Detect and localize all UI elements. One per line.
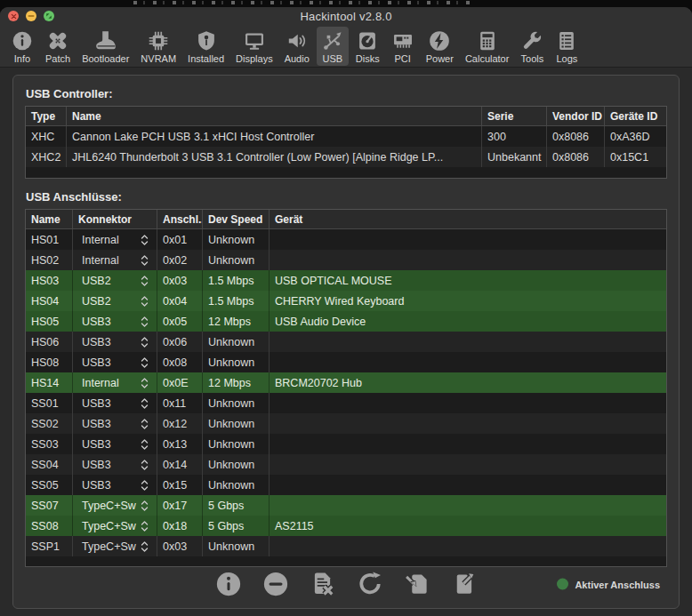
usb-ports-table: NameKonnektorAnschl...Dev SpeedGerätHS01… <box>25 209 667 567</box>
usb-port-row[interactable]: HS01Internal0x01Unknown <box>26 229 666 250</box>
toolbar-item-logs[interactable]: Logs <box>551 27 583 66</box>
bootloader-icon <box>94 29 117 52</box>
toolbar-item-displays[interactable]: Displays <box>231 27 278 66</box>
cell-text: 0x12 <box>163 418 187 430</box>
connector-dropdown[interactable] <box>141 418 149 430</box>
toolbar-item-label: Disks <box>356 53 380 64</box>
connector-dropdown[interactable] <box>141 254 149 267</box>
connector-dropdown[interactable] <box>141 295 149 308</box>
remove-button[interactable] <box>262 571 289 597</box>
usb-port-row[interactable]: HS08USB30x08Unknown <box>26 352 666 372</box>
usb-port-row[interactable]: HS03USB20x031.5 MbpsUSB OPTICAL MOUSE <box>26 270 666 291</box>
usb-port-row[interactable]: HS05USB30x0512 MbpsUSB Audio Device <box>26 311 666 332</box>
usb-pane: USB Controller: TypeNameSerieVendor IDGe… <box>12 75 680 609</box>
cell-text: CHERRY Wired Keyboard <box>275 295 404 308</box>
usb-port-row[interactable]: HS14Internal0x0E12 MbpsBRCM20702 Hub <box>26 372 666 393</box>
cell-text: 0x8086 <box>552 131 589 143</box>
connector-dropdown[interactable] <box>141 377 149 389</box>
usb-controllers-table: TypeNameSerieVendor IDGeräte IDXHCCannon… <box>25 106 667 179</box>
connector-dropdown[interactable] <box>141 438 149 451</box>
usb-port-row[interactable]: SS01USB30x11Unknown <box>26 393 666 413</box>
toolbar-item-pci[interactable]: PCI <box>387 27 419 66</box>
cell-device-id: 0xA36D <box>605 126 666 147</box>
column-header[interactable]: Serie <box>482 107 547 125</box>
connector-dropdown[interactable] <box>141 479 149 492</box>
close-button[interactable] <box>8 11 19 21</box>
cell-name: SS05 <box>26 475 73 495</box>
toolbar-item-installed[interactable]: Installed <box>183 27 229 66</box>
connector-dropdown[interactable] <box>141 397 149 410</box>
toolbar-item-calculator[interactable]: Calculator <box>461 27 514 66</box>
cell-text: SS05 <box>31 479 59 492</box>
toolbar-item-label: Info <box>14 53 30 64</box>
cell-text: Unknown <box>208 418 254 430</box>
usb-port-row[interactable]: HS02Internal0x02Unknown <box>26 250 666 270</box>
cell-device <box>270 434 666 454</box>
usb-port-row[interactable]: SS04USB30x14Unknown <box>26 454 666 475</box>
usb-port-row[interactable]: SS08TypeC+Sw0x185 GbpsAS2115 <box>26 516 666 536</box>
calculator-icon <box>476 29 499 52</box>
column-header[interactable]: Geräte ID <box>605 107 666 125</box>
toolbar-item-nvram[interactable]: NVRAM <box>136 27 181 66</box>
toolbar-item-usb[interactable]: USB <box>317 27 349 66</box>
cell-name: JHL6240 Thunderbolt 3 USB 3.1 Controller… <box>67 147 482 167</box>
zoom-button[interactable] <box>44 11 54 21</box>
cell-device <box>270 229 666 250</box>
circle-minus-icon <box>262 571 289 597</box>
cell-text: 0x18 <box>163 520 187 532</box>
table-header-row: NameKonnektorAnschl...Dev SpeedGerät <box>26 210 666 229</box>
chevron-up-down-icon <box>141 500 149 512</box>
cell-text: SS07 <box>31 500 59 512</box>
toolbar-item-disks[interactable]: Disks <box>351 27 384 66</box>
connector-dropdown[interactable] <box>141 540 149 553</box>
connector-dropdown[interactable] <box>141 356 149 369</box>
connector-dropdown[interactable] <box>141 520 149 532</box>
column-header[interactable]: Dev Speed <box>203 210 270 228</box>
cell-text: AS2115 <box>275 520 314 532</box>
connector-dropdown[interactable] <box>141 336 149 348</box>
chevron-up-down-icon <box>141 377 149 389</box>
usb-controller-row[interactable]: XHCCannon Lake PCH USB 3.1 xHCI Host Con… <box>26 126 666 147</box>
cell-text: Internal <box>82 254 119 267</box>
column-header[interactable]: Gerät <box>270 210 666 228</box>
usb-port-row[interactable]: HS06USB30x06Unknown <box>26 332 666 352</box>
info-button[interactable] <box>215 571 242 597</box>
usb-port-row[interactable]: SS07TypeC+Sw0x175 Gbps <box>26 495 666 516</box>
cell-connector: Internal <box>73 250 157 270</box>
cell-connector: USB2 <box>73 270 157 291</box>
cell-text: 0x17 <box>163 500 187 512</box>
toolbar-item-power[interactable]: Power <box>422 27 458 66</box>
toolbar-item-bootloader[interactable]: Bootloader <box>77 27 133 66</box>
clear-devices-button[interactable] <box>310 571 336 597</box>
usb-controller-row[interactable]: XHC2JHL6240 Thunderbolt 3 USB 3.1 Contro… <box>26 147 666 167</box>
column-header[interactable]: Name <box>26 210 73 228</box>
export-button[interactable] <box>451 571 478 597</box>
toolbar-item-tools[interactable]: Tools <box>516 27 548 66</box>
usb-port-row[interactable]: SS03USB30x13Unknown <box>26 434 666 454</box>
import-button[interactable] <box>404 571 430 597</box>
usb-port-row[interactable]: SSP1TypeC+Sw0x03Unknown <box>26 536 666 556</box>
usb-port-row[interactable]: SS02USB30x12Unknown <box>26 413 666 434</box>
connector-dropdown[interactable] <box>141 234 149 246</box>
column-header[interactable]: Anschl... <box>157 210 203 228</box>
cell-text: 300 <box>487 131 506 143</box>
usb-port-row[interactable]: SS05USB30x15Unknown <box>26 475 666 495</box>
power-icon <box>428 29 451 52</box>
connector-dropdown[interactable] <box>141 500 149 512</box>
cell-name: HS03 <box>26 270 73 291</box>
cell-text: HS06 <box>31 336 59 348</box>
connector-dropdown[interactable] <box>141 316 149 328</box>
toolbar-item-info[interactable]: Info <box>6 27 38 66</box>
cell-address: 0x12 <box>157 413 203 434</box>
toolbar-item-patch[interactable]: Patch <box>41 27 75 66</box>
column-header[interactable]: Konnektor <box>73 210 157 228</box>
usb-port-row[interactable]: HS04USB20x041.5 MbpsCHERRY Wired Keyboar… <box>26 291 666 311</box>
column-header[interactable]: Name <box>67 107 482 125</box>
refresh-button[interactable] <box>357 571 383 597</box>
minimize-button[interactable] <box>26 11 36 21</box>
toolbar-item-audio[interactable]: Audio <box>280 27 314 66</box>
connector-dropdown[interactable] <box>141 275 149 287</box>
connector-dropdown[interactable] <box>141 459 149 471</box>
column-header[interactable]: Vendor ID <box>547 107 605 125</box>
column-header[interactable]: Type <box>26 107 67 125</box>
